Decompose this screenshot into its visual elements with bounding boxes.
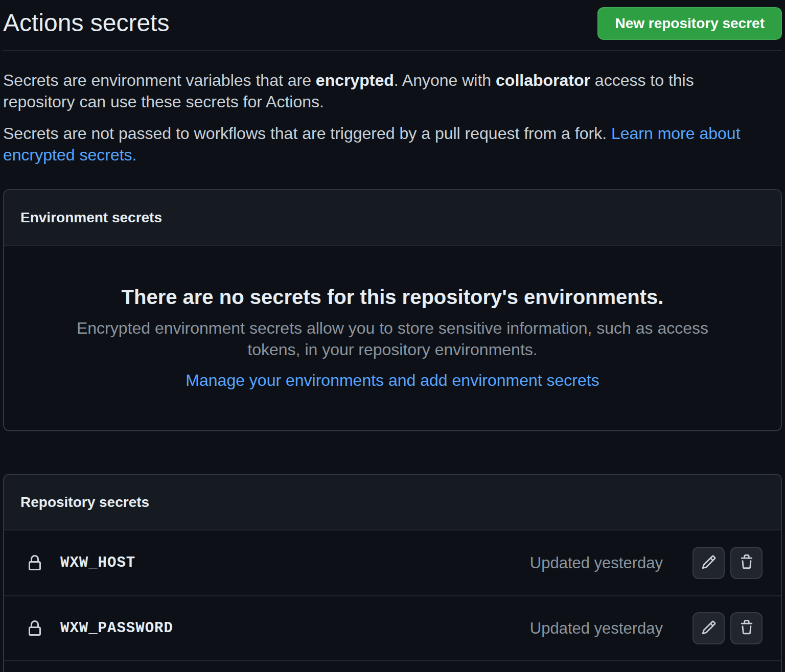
intro-text-encrypted: encrypted <box>316 71 394 89</box>
secret-name: WXW_PASSWORD <box>60 620 173 637</box>
edit-secret-button[interactable] <box>692 547 725 579</box>
repository-secrets-header-label: Repository secrets <box>20 493 765 511</box>
intro-paragraph-1: Secrets are environment variables that a… <box>3 69 759 112</box>
manage-environments-link[interactable]: Manage your environments and add environ… <box>186 371 599 389</box>
secret-name: WXW_HOST <box>60 554 135 571</box>
empty-state-title: There are no secrets for this repository… <box>45 285 740 309</box>
intro-text: . Anyone with <box>394 71 496 89</box>
page-header: Actions secrets New repository secret <box>3 0 782 51</box>
table-row: WXW_PASSWORD Updated yesterday <box>4 595 781 660</box>
secret-updated: Updated yesterday <box>530 619 663 638</box>
actions-secrets-page: Actions secrets New repository secret Se… <box>0 0 785 672</box>
intro-text-collaborator: collaborator <box>496 71 590 89</box>
repository-secrets-box: Repository secrets WXW_HOST Updated yest… <box>3 474 782 672</box>
row-actions <box>692 547 763 579</box>
environment-secrets-empty-state: There are no secrets for this repository… <box>4 246 781 430</box>
trash-icon <box>739 620 754 637</box>
page-title: Actions secrets <box>3 7 169 39</box>
delete-secret-button[interactable] <box>730 547 763 579</box>
new-repository-secret-button[interactable]: New repository secret <box>597 7 782 40</box>
pencil-icon <box>701 620 717 637</box>
intro-text: Secrets are environment variables that a… <box>3 71 316 89</box>
intro-text: Secrets are not passed to workflows that… <box>3 124 611 143</box>
environment-secrets-header-label: Environment secrets <box>20 208 765 226</box>
environment-secrets-header: Environment secrets <box>4 190 781 246</box>
delete-secret-button[interactable] <box>730 612 763 644</box>
edit-secret-button[interactable] <box>692 612 725 644</box>
secret-updated: Updated yesterday <box>530 554 663 572</box>
repository-secrets-header: Repository secrets <box>4 475 781 530</box>
empty-state-description: Encrypted environment secrets allow you … <box>50 317 735 360</box>
table-row-partial <box>4 660 781 672</box>
environment-secrets-box: Environment secrets There are no secrets… <box>3 189 782 431</box>
intro-paragraph-2: Secrets are not passed to workflows that… <box>3 123 759 166</box>
table-row: WXW_HOST Updated yesterday <box>4 530 781 595</box>
pencil-icon <box>701 554 717 571</box>
trash-icon <box>739 554 754 571</box>
lock-icon <box>27 620 43 637</box>
lock-icon <box>27 555 43 571</box>
row-actions <box>692 612 763 644</box>
